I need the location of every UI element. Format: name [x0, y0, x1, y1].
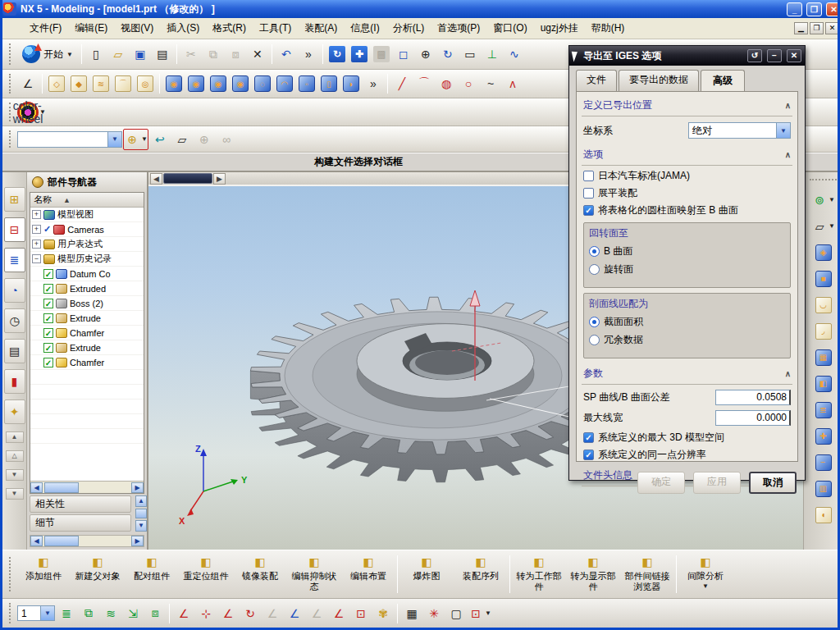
- wcs-set-absolute-button[interactable]: ∠: [284, 603, 305, 624]
- sweep-ghost-button[interactable]: ≋: [90, 73, 112, 94]
- menu-item-7[interactable]: 装配(A): [299, 19, 343, 38]
- tab-scroll-right-icon[interactable]: ▶: [213, 173, 226, 185]
- parameter-input[interactable]: 0.0000: [715, 410, 791, 426]
- scroll-left-icon[interactable]: ◀: [30, 482, 43, 493]
- tree-row[interactable]: ✓Boss (2): [30, 296, 144, 311]
- scroll-right-icon[interactable]: ▶: [131, 482, 144, 493]
- checkbox-row[interactable]: 展平装配: [583, 186, 791, 200]
- copy-to-layer-button[interactable]: ⧈: [144, 603, 166, 624]
- section-options[interactable]: 选项 ∧: [582, 144, 792, 166]
- menu-item-11[interactable]: 窗口(O): [487, 19, 532, 38]
- rotate-view-button[interactable]: ↻: [437, 43, 459, 65]
- apply-button[interactable]: 应用: [693, 472, 741, 494]
- tree-row[interactable]: ✓Chamfer: [30, 326, 144, 340]
- exploded-view-button[interactable]: ◧爆炸图: [399, 550, 454, 598]
- grid-button[interactable]: ▦: [401, 603, 422, 624]
- paste-button[interactable]: ⧈: [225, 43, 246, 65]
- unchecked-checkbox[interactable]: [583, 188, 594, 199]
- collapse-icon[interactable]: ∧: [785, 101, 791, 110]
- assembly-sequence-button[interactable]: ◧装配序列: [454, 550, 508, 598]
- emboss-button[interactable]: ▯: [318, 73, 340, 94]
- csys-combo[interactable]: 绝对 ▼: [688, 122, 791, 139]
- mdi-close-button[interactable]: ✕: [825, 22, 839, 34]
- resource-scroll-icon[interactable]: ▲: [6, 431, 24, 443]
- system-materials-button[interactable]: ▤: [4, 339, 25, 363]
- resource-scroll-icon[interactable]: △: [6, 450, 24, 462]
- checkbox-row[interactable]: ✓系统定义的最大 3D 模型空间: [583, 431, 791, 445]
- new-parent-button[interactable]: ◧新建父对象: [71, 550, 125, 598]
- radio-row[interactable]: 截面面积: [589, 315, 785, 329]
- close-button[interactable]: ✕: [826, 2, 840, 16]
- menu-item-3[interactable]: 视图(V): [115, 19, 159, 38]
- section-parameters[interactable]: 参数 ∧: [582, 363, 792, 385]
- feature-checkbox[interactable]: ✓: [43, 269, 53, 279]
- tree-row[interactable]: ✓Extrude: [30, 340, 144, 355]
- selection-filter-button[interactable]: ⊕▼: [123, 129, 148, 150]
- hole-button[interactable]: ◉: [208, 73, 229, 94]
- footer-scroll-thumb[interactable]: [135, 509, 147, 518]
- expand-icon[interactable]: +: [32, 225, 41, 234]
- radio-row[interactable]: 旋转面: [589, 262, 785, 276]
- bend-button[interactable]: ◡: [813, 293, 834, 317]
- footer-scroll-left-icon[interactable]: ◀: [30, 536, 43, 546]
- trim-button[interactable]: ◗: [340, 73, 362, 94]
- layer-visible-in-view-button[interactable]: ⧉: [78, 603, 99, 624]
- unselected-radio[interactable]: [589, 264, 600, 275]
- menu-item-4[interactable]: 插入(S): [161, 19, 205, 38]
- pipe-ghost-button[interactable]: ⌒: [112, 73, 134, 94]
- navigator-section-1[interactable]: 相关性: [30, 495, 131, 513]
- footer-horizontal-scrollbar[interactable]: ◀ ▶: [30, 535, 144, 547]
- arc-button[interactable]: ⌒: [413, 73, 435, 94]
- interpart-link-browser-button[interactable]: ◧部件间链接浏览器: [620, 550, 674, 598]
- chain-curve-button[interactable]: ∞: [216, 129, 237, 150]
- wcs-origin-button[interactable]: ∠: [217, 603, 239, 624]
- tree-row[interactable]: +模型视图: [30, 208, 144, 222]
- radio-row[interactable]: B 曲面: [589, 244, 785, 258]
- constraint-navigator-button[interactable]: ⊟: [4, 217, 25, 242]
- print-button[interactable]: ▤: [152, 43, 173, 65]
- mdi-restore-button[interactable]: ❐: [810, 22, 824, 34]
- graphics-view-tab[interactable]: [163, 173, 212, 184]
- circle-point-button[interactable]: ◍: [436, 73, 457, 94]
- wcs-yc-button[interactable]: ∠: [328, 603, 349, 624]
- tree-row[interactable]: ✓Chamfer: [30, 355, 144, 370]
- color-wheel-button[interactable]: color-wheel▼: [17, 102, 46, 123]
- tree-row[interactable]: +✓Cameras: [30, 222, 144, 237]
- checked-checkbox[interactable]: ✓: [583, 450, 594, 460]
- menu-item-12[interactable]: ugzj外挂: [535, 19, 584, 38]
- thread-button[interactable]: ≣: [813, 398, 834, 422]
- mdi-minimize-button[interactable]: ▁: [794, 22, 808, 34]
- move-to-layer-button[interactable]: ⇲: [122, 603, 144, 624]
- checkbox-row[interactable]: ✓将表格化的圆柱面映射至 B 曲面: [583, 203, 791, 217]
- rib-button[interactable]: ▫: [296, 73, 317, 94]
- copy-button[interactable]: ⧉: [203, 43, 224, 65]
- zoom-in-out-button[interactable]: ⊕: [415, 43, 436, 65]
- wcs-display-button[interactable]: ✾: [372, 603, 394, 624]
- tree-column-header[interactable]: 名称 ▲: [30, 193, 144, 208]
- wcs-orient-button[interactable]: ∠: [262, 603, 283, 624]
- footer-scroll-down-icon[interactable]: ▼: [135, 520, 147, 532]
- collapse-icon[interactable]: ∧: [785, 150, 791, 159]
- pocket-button[interactable]: ◌: [252, 73, 273, 94]
- selection-scope-combo[interactable]: ▼: [17, 131, 122, 148]
- checked-checkbox[interactable]: ✓: [583, 205, 594, 216]
- selected-radio[interactable]: [589, 246, 600, 257]
- undo-button[interactable]: ↶: [276, 43, 297, 65]
- tree-row[interactable]: ✓Datum Co: [30, 267, 144, 281]
- expand-icon[interactable]: +: [32, 210, 41, 219]
- feature-checkbox[interactable]: ✓: [43, 313, 53, 323]
- extrude-button[interactable]: ◉: [163, 73, 185, 94]
- roles-button[interactable]: ✦: [4, 399, 25, 424]
- tree-row[interactable]: ✓Extruded: [30, 281, 144, 296]
- menu-item-5[interactable]: 格式(R): [207, 19, 252, 38]
- dialog-tab-2[interactable]: 要导出的数据: [619, 70, 699, 91]
- shell-button[interactable]: ◧: [813, 372, 834, 395]
- sew-button[interactable]: ▥: [813, 477, 834, 500]
- snap-pattern-button[interactable]: ✳: [423, 603, 445, 624]
- menu-item-2[interactable]: 编辑(E): [69, 19, 113, 38]
- cut-button[interactable]: ✂: [180, 43, 202, 65]
- trim-body-button[interactable]: ◖: [813, 503, 834, 527]
- dialog-title-bar[interactable]: 导出至 IGES 选项 ↺ − ✕: [569, 46, 805, 66]
- menu-item-13[interactable]: 帮助(H): [586, 19, 631, 38]
- feature-checkbox[interactable]: ✓: [43, 284, 53, 294]
